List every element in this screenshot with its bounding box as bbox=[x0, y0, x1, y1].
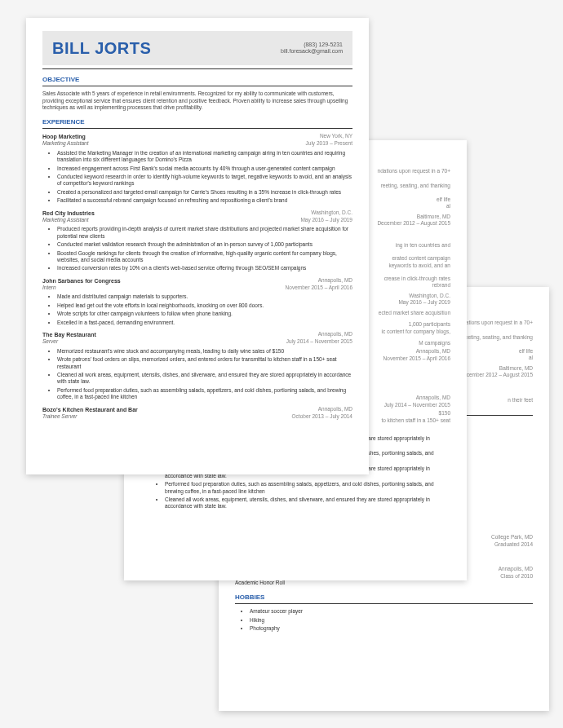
job-title: Trainee Server bbox=[42, 413, 78, 420]
job-location: Annapolis, MD bbox=[318, 331, 352, 338]
job-dates: July 2019 – Present bbox=[306, 140, 352, 147]
job-title: Marketing Assistant bbox=[42, 217, 88, 223]
job-company: The Bay Restaurant bbox=[42, 331, 96, 338]
job-bullet: Boosted Google rankings for clients thro… bbox=[57, 250, 352, 264]
job-bullet: Excelled in a fast-paced, demanding envi… bbox=[57, 320, 352, 326]
person-name: BILL JORTS bbox=[52, 38, 151, 59]
job-bullet: Made and distributed campaign materials … bbox=[57, 293, 352, 300]
job-company: John Sarbanes for Congress bbox=[42, 277, 121, 285]
hs-date: Class of 2010 bbox=[500, 573, 533, 580]
job-bullet: Created a personalized and targeted emai… bbox=[57, 189, 352, 196]
job-company: Bozo's Kitchen Restaurant and Bar bbox=[42, 406, 138, 413]
job-title: Intern bbox=[42, 285, 56, 291]
job-location: Washington, D.C. bbox=[311, 210, 352, 217]
job-bullet: Produced reports providing in-depth anal… bbox=[57, 226, 352, 240]
job-bullet: Increased engagement across First Bank's… bbox=[57, 165, 352, 172]
bullet: Cleaned all work areas, equipment, utens… bbox=[165, 496, 450, 510]
job-entry: Red City Industries Washington, D.C. Mar… bbox=[42, 210, 352, 272]
job-bullet: Performed food preparation duties, such … bbox=[57, 387, 352, 401]
phone: (883) 129-5231 bbox=[281, 42, 343, 48]
job-bullet: Facilitated a successful rebrand campaig… bbox=[57, 197, 352, 204]
job-entry: John Sarbanes for Congress Annapolis, MD… bbox=[42, 277, 352, 326]
job-title: Server bbox=[42, 338, 58, 345]
hs-loc: Annapolis, MD bbox=[499, 566, 533, 572]
job-bullet: Memorized restaurant's wine stock and ac… bbox=[57, 348, 352, 355]
hs-honor: Academic Honor Roll bbox=[235, 580, 533, 586]
hobby: Amateur soccer player bbox=[250, 608, 533, 615]
job-dates: October 2013 – July 2014 bbox=[292, 413, 352, 420]
job-entry: Hoop Marketing New York, NY Marketing As… bbox=[42, 133, 352, 205]
job-bullet: Increased conversion rates by 10% on a c… bbox=[57, 265, 352, 271]
resume-header: BILL JORTS (883) 129-5231 bill.foresack@… bbox=[42, 31, 352, 65]
job-dates: May 2016 – July 2019 bbox=[300, 217, 352, 223]
hobbies-list: Amateur soccer player Hiking Photography bbox=[235, 608, 533, 632]
email: bill.foresack@gmail.com bbox=[281, 48, 343, 55]
job-location: Annapolis, MD bbox=[318, 277, 352, 285]
resume-page-1: BILL JORTS (883) 129-5231 bill.foresack@… bbox=[26, 18, 369, 474]
job-title: Marketing Assistant bbox=[42, 140, 88, 147]
section-objective: OBJECTIVE bbox=[42, 76, 352, 84]
job-dates: November 2015 – April 2016 bbox=[286, 285, 352, 291]
edu-location: College Park, MD bbox=[491, 534, 533, 540]
job-dates: July 2014 – November 2015 bbox=[286, 338, 352, 345]
job-bullet: Cleaned all work areas, equipment, utens… bbox=[57, 372, 352, 386]
job-bullet: Helped lead get out the vote efforts in … bbox=[57, 302, 352, 309]
job-bullet: Conducted keyword research in order to i… bbox=[57, 174, 352, 188]
job-company: Red City Industries bbox=[42, 210, 95, 217]
job-bullet: Wrote patrons' food orders on slips, mem… bbox=[57, 356, 352, 370]
edu-date: Graduated 2014 bbox=[494, 541, 533, 548]
hobby: Photography bbox=[250, 625, 533, 632]
job-location: New York, NY bbox=[320, 133, 352, 140]
job-bullet: Conducted market validation research thr… bbox=[57, 241, 352, 248]
job-bullet: Wrote scripts for other campaign volunte… bbox=[57, 311, 352, 317]
section-hobbies: HOBBIES bbox=[235, 593, 533, 602]
job-location: Annapolis, MD bbox=[318, 406, 352, 413]
job-entry: Bozo's Kitchen Restaurant and Bar Annapo… bbox=[42, 406, 352, 421]
hobby: Hiking bbox=[250, 617, 533, 624]
bullet: Performed food preparation duties, such … bbox=[165, 481, 450, 495]
job-bullet: Assisted the Marketing Manager in the cr… bbox=[57, 150, 352, 164]
job-company: Hoop Marketing bbox=[42, 133, 86, 140]
job-entry: The Bay Restaurant Annapolis, MD Server … bbox=[42, 331, 352, 401]
section-experience: EXPERIENCE bbox=[42, 118, 352, 126]
objective-text: Sales Associate with 5 years of experien… bbox=[42, 90, 352, 111]
contact-block: (883) 129-5231 bill.foresack@gmail.com bbox=[281, 42, 343, 55]
